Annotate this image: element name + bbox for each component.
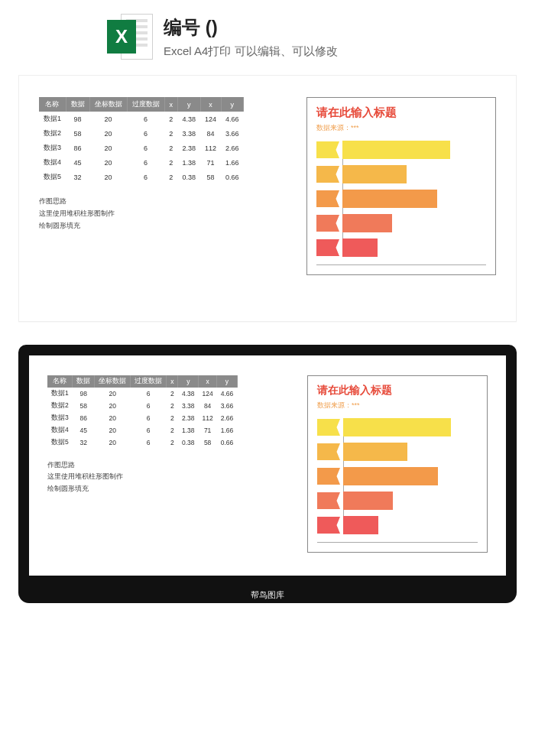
table-cell: 数据1: [39, 112, 66, 126]
table-cell: 6: [131, 400, 167, 412]
table-cell: 2: [164, 141, 178, 155]
chart-bar: [343, 492, 393, 510]
table-cell: 2: [167, 388, 178, 400]
table-cell: 6: [131, 424, 167, 436]
table-header: x: [199, 375, 217, 388]
table-cell: 2: [164, 112, 178, 126]
data-table: 名称数据坐标数据过度数据xyxy 数据19820624.381244.66数据2…: [39, 97, 244, 184]
table-cell: 2: [164, 155, 178, 170]
chart-bar-row: [316, 214, 486, 232]
table-cell: 98: [66, 112, 89, 126]
chart-container: 请在此输入标题 数据来源：***: [307, 375, 488, 553]
table-header: 坐标数据: [95, 375, 131, 388]
table-cell: 1.38: [178, 424, 199, 436]
table-row: 数据19820624.381244.66: [47, 388, 237, 400]
table-cell: 58: [66, 126, 89, 141]
chart-axis: [317, 542, 478, 543]
table-cell: 4.66: [221, 112, 244, 126]
table-cell: 1.38: [178, 155, 201, 170]
watermark-text: 帮鸟图库: [251, 589, 284, 601]
table-cell: 2.38: [178, 141, 201, 155]
table-cell: 数据1: [47, 388, 73, 400]
chart-source: 数据来源：***: [316, 123, 486, 133]
note-line: 作图思路: [47, 459, 238, 471]
table-cell: 20: [95, 400, 131, 412]
table-cell: 4.38: [178, 388, 199, 400]
chart-bar: [342, 238, 378, 257]
table-cell: 数据4: [47, 424, 73, 436]
table-header: x: [200, 97, 221, 112]
table-header: y: [178, 375, 199, 388]
table-cell: 数据4: [39, 155, 66, 170]
table-cell: 32: [73, 436, 95, 449]
table-cell: 2: [167, 424, 178, 436]
note-line: 作图思路: [39, 195, 244, 207]
table-header: 坐标数据: [89, 97, 127, 112]
chart-bar-row: [316, 238, 486, 257]
note-line: 绘制圆形填充: [47, 483, 238, 495]
chart-bars: [317, 418, 478, 539]
table-cell: 20: [89, 155, 127, 170]
table-cell: 45: [73, 424, 95, 436]
table-cell: 20: [89, 170, 127, 184]
table-row: 数据44520621.38711.66: [47, 424, 237, 436]
table-cell: 6: [127, 141, 164, 155]
chart-title: 请在此输入标题: [316, 105, 486, 120]
table-row: 数据44520621.38711.66: [39, 155, 244, 170]
table-header: x: [167, 375, 178, 388]
table-cell: 71: [200, 155, 221, 170]
table-cell: 86: [66, 141, 89, 155]
table-header: 过度数据: [131, 375, 167, 388]
page-subtitle: Excel A4打印 可以编辑、可以修改: [164, 44, 338, 59]
table-cell: 数据3: [39, 141, 66, 155]
table-cell: 3.38: [178, 400, 199, 412]
table-row: 数据19820624.381244.66: [39, 112, 244, 126]
table-header: y: [221, 97, 244, 112]
table-cell: 6: [127, 126, 164, 141]
chart-source: 数据来源：***: [317, 401, 478, 410]
bar-tag-icon: [317, 443, 340, 460]
chart-bars: [316, 141, 486, 261]
excel-file-icon: X: [107, 14, 153, 60]
table-cell: 0.38: [178, 436, 199, 449]
table-cell: 112: [199, 412, 217, 424]
table-cell: 20: [89, 126, 127, 141]
note-line: 这里使用堆积柱形图制作: [39, 207, 244, 219]
table-cell: 32: [66, 170, 89, 184]
table-cell: 58: [200, 170, 221, 184]
bar-tag-icon: [316, 239, 339, 256]
chart-axis: [316, 264, 486, 265]
table-row: 数据38620622.381122.66: [47, 412, 237, 424]
bar-tag-icon: [317, 492, 340, 509]
table-header: 名称: [47, 375, 73, 388]
chart-bar-row: [317, 492, 478, 510]
table-header: 数据: [66, 97, 89, 112]
page-title: 编号 (): [164, 15, 338, 40]
table-cell: 6: [131, 388, 167, 400]
table-cell: 3.66: [217, 400, 238, 412]
table-cell: 86: [73, 412, 95, 424]
table-cell: 112: [200, 141, 221, 155]
table-cell: 2.66: [221, 141, 244, 155]
chart-bar: [343, 516, 378, 534]
table-cell: 4.66: [217, 388, 238, 400]
table-cell: 58: [73, 400, 95, 412]
table-row: 数据25820623.38843.66: [47, 400, 237, 412]
table-cell: 2: [164, 170, 178, 184]
table-cell: 20: [95, 388, 131, 400]
note-line: 绘制圆形填充: [39, 219, 244, 232]
table-cell: 6: [127, 112, 164, 126]
chart-bar: [342, 214, 392, 232]
table-cell: 0.66: [217, 436, 238, 449]
chart-bar-row: [316, 165, 486, 183]
chart-bar: [343, 418, 451, 436]
table-cell: 20: [95, 424, 131, 436]
table-header: 数据: [73, 375, 95, 388]
table-cell: 3.66: [221, 126, 244, 141]
table-header: 过度数据: [127, 97, 164, 112]
laptop-base: 帮鸟图库: [18, 586, 517, 603]
table-header: x: [164, 97, 178, 112]
table-cell: 98: [73, 388, 95, 400]
chart-bar: [342, 165, 407, 183]
table-cell: 58: [199, 436, 217, 449]
